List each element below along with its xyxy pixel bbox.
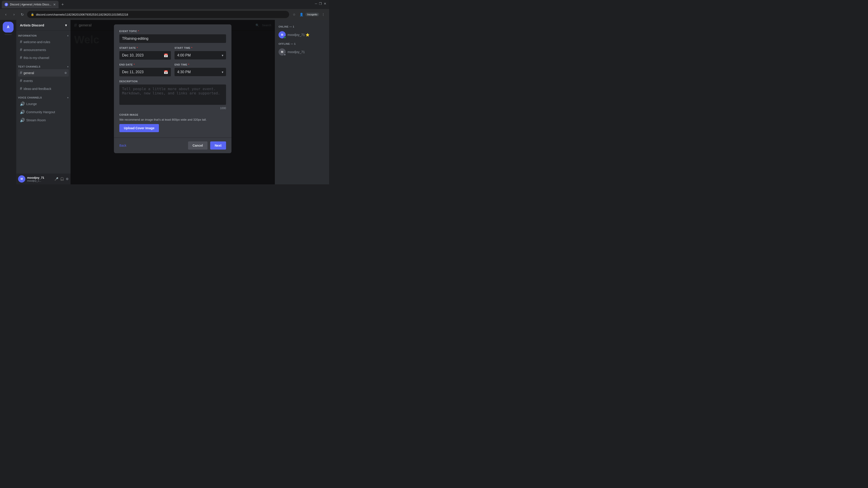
user-avatar: M <box>18 175 25 183</box>
channel-item-stream-room[interactable]: 🔊 Stream Room <box>18 116 69 124</box>
char-count: 1000 <box>119 107 226 110</box>
deafen-icon[interactable]: 🎧 <box>60 177 64 181</box>
server-list: A <box>0 20 16 184</box>
modal-overlay: EVENT TOPIC * START DATE * <box>70 20 275 184</box>
user-info: moodjoy_71 moodjoy_c... <box>27 176 53 182</box>
channel-item-this-is-my-channel[interactable]: # this-is-my-channel <box>18 54 69 61</box>
back-button[interactable]: Back <box>119 144 126 147</box>
server-name: Artists Discord <box>20 23 44 27</box>
channel-item-general[interactable]: # general ⚙ <box>18 69 69 76</box>
start-time-select[interactable]: 4:00 PM 4:30 PM 5:00 PM <box>175 51 226 59</box>
speaker-icon: 🔊 <box>20 101 25 106</box>
end-date-input[interactable] <box>119 68 171 76</box>
online-status-dot <box>284 36 286 39</box>
start-time-label: START TIME * <box>175 46 226 49</box>
server-icon-artists-discord[interactable]: A <box>3 22 13 33</box>
upload-cover-image-button[interactable]: Upload Cover Image <box>119 124 159 132</box>
offline-status-dot <box>284 54 286 56</box>
speaker-icon: 🔊 <box>20 118 25 123</box>
close-tab-button[interactable]: ✕ <box>53 3 56 6</box>
member-name-online: moodjoy_71 ⭐ <box>287 33 309 37</box>
start-date-input-wrap: 📅 <box>119 51 171 60</box>
address-bar[interactable]: 🔒 discord.com/channels/11823620100679352… <box>27 11 289 18</box>
minimize-button[interactable]: ─ <box>315 2 317 5</box>
channel-item-welcome-and-rules[interactable]: # welcome-and-rules <box>18 38 69 46</box>
required-star: * <box>137 46 138 49</box>
more-options-button[interactable]: ⋮ <box>320 11 327 18</box>
mute-icon[interactable]: 🎤 <box>55 177 58 181</box>
close-window-button[interactable]: ✕ <box>324 2 327 5</box>
main-content: # general 🔍 Search Welc EVENT TOPIC * <box>70 20 275 184</box>
online-category: ONLINE — 1 <box>277 24 327 29</box>
member-item-online[interactable]: M moodjoy_71 ⭐ <box>277 30 327 40</box>
hash-icon: # <box>20 78 22 83</box>
hash-icon: # <box>20 39 22 44</box>
settings-icon[interactable]: ⚙ <box>66 177 69 181</box>
required-star: * <box>188 63 189 66</box>
modal-footer: Back Cancel Next <box>114 138 231 153</box>
event-topic-input[interactable] <box>119 34 226 43</box>
member-item-offline[interactable]: M moodjoy_71 <box>277 47 327 57</box>
start-datetime-row: START DATE * 📅 START TIME * <box>119 46 226 60</box>
url-text: discord.com/channels/1182362010067935253… <box>36 13 128 16</box>
discriminator: moodjoy_c... <box>27 180 53 182</box>
lock-icon: 🔒 <box>31 13 34 16</box>
hash-icon: # <box>20 55 22 60</box>
add-channel-icon[interactable]: + <box>67 65 69 68</box>
event-topic-label: EVENT TOPIC * <box>119 30 226 33</box>
channel-item-announcements[interactable]: # announcements <box>18 46 69 54</box>
back-nav-button[interactable]: ‹ <box>3 11 9 18</box>
incognito-badge: Incognito <box>305 13 319 16</box>
start-time-select-wrap: 4:00 PM 4:30 PM 5:00 PM ▾ <box>175 51 226 59</box>
member-avatar-online: M <box>278 31 286 38</box>
add-channel-icon[interactable]: + <box>67 34 69 37</box>
description-textarea[interactable] <box>119 85 226 105</box>
end-datetime-row: END DATE * 📅 END TIME * <box>119 63 226 76</box>
browser-controls: ‹ › ↻ 🔒 discord.com/channels/11823620100… <box>0 9 329 20</box>
settings-icon[interactable]: ⚙ <box>64 71 67 74</box>
required-star: * <box>133 63 135 66</box>
required-star: * <box>138 30 139 33</box>
bookmark-button[interactable]: ☆ <box>291 11 297 18</box>
required-star: * <box>191 46 192 49</box>
browser-chrome: D Discord | #general | Artists Disco... … <box>0 0 329 20</box>
next-button[interactable]: Next <box>210 141 226 150</box>
chevron-down-icon: ▾ <box>65 23 67 27</box>
description-field: DESCRIPTION 1000 <box>119 80 226 110</box>
reload-button[interactable]: ↻ <box>19 11 25 18</box>
add-channel-icon[interactable]: + <box>67 96 69 99</box>
hash-icon: # <box>20 86 22 91</box>
end-time-select-wrap: 4:30 PM 5:00 PM 5:30 PM ▾ <box>175 68 226 76</box>
server-separator <box>4 34 12 35</box>
username: moodjoy_71 <box>27 176 53 180</box>
channel-item-lounge[interactable]: 🔊 Lounge <box>18 100 69 108</box>
new-tab-button[interactable]: + <box>59 1 66 8</box>
members-sidebar: ONLINE — 1 M moodjoy_71 ⭐ OFFLINE — 1 M … <box>275 20 329 184</box>
end-time-label: END TIME * <box>175 63 226 66</box>
speaker-icon: 🔊 <box>20 109 25 115</box>
create-event-modal: EVENT TOPIC * START DATE * <box>114 24 231 153</box>
end-date-input-wrap: 📅 <box>119 68 171 76</box>
window-controls: ─ ❐ ✕ <box>315 2 327 5</box>
cover-recommendation: We recommend an image that's at least 80… <box>119 118 226 121</box>
cancel-button[interactable]: Cancel <box>188 141 208 150</box>
active-tab[interactable]: D Discord | #general | Artists Disco... … <box>2 1 59 8</box>
cover-image-label: COVER IMAGE <box>119 113 226 116</box>
restore-button[interactable]: ❐ <box>319 2 322 5</box>
forward-nav-button[interactable]: › <box>11 11 17 18</box>
category-voice-channels[interactable]: VOICE CHANNELS + <box>16 93 70 100</box>
start-date-input[interactable] <box>119 51 171 60</box>
category-information[interactable]: INFORMATION + <box>16 31 70 38</box>
end-time-select[interactable]: 4:30 PM 5:00 PM 5:30 PM <box>175 68 226 76</box>
start-date-field: START DATE * 📅 <box>119 46 171 60</box>
browser-actions: ☆ 👤 Incognito ⋮ <box>291 11 327 18</box>
channel-item-ideas-and-feedback[interactable]: # ideas-and-feedback <box>18 85 69 92</box>
hash-icon: # <box>20 47 22 52</box>
category-text-channels[interactable]: TEXT CHANNELS + <box>16 62 70 69</box>
server-header[interactable]: Artists Discord ▾ <box>16 20 70 31</box>
member-avatar-offline: M <box>278 48 286 56</box>
channel-item-events[interactable]: # events <box>18 77 69 85</box>
channel-item-community-hangout[interactable]: 🔊 Community Hangout <box>18 108 69 116</box>
start-date-label: START DATE * <box>119 46 171 49</box>
profile-button[interactable]: 👤 <box>298 11 305 18</box>
